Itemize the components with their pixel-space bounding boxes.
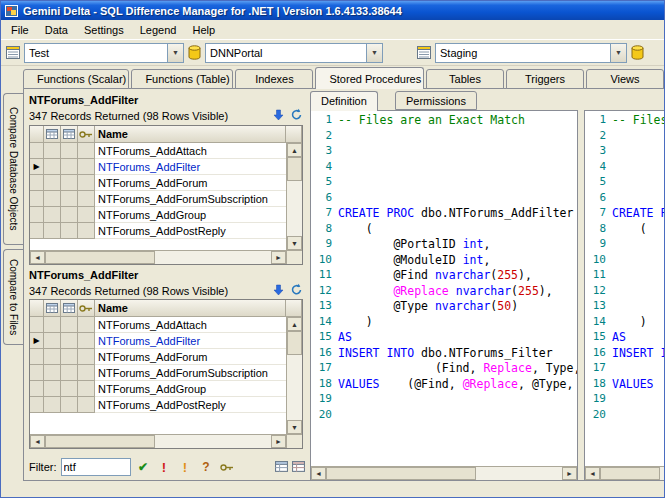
exclamation-yellow-icon[interactable]: ! — [177, 459, 194, 476]
table-row[interactable]: NTForums_AddGroup — [30, 207, 286, 223]
object-title: NTForums_AddFilter — [29, 269, 138, 281]
side-tab-compare-database-objects[interactable]: Compare Database Objects — [3, 93, 23, 245]
dropdown-arrow-icon[interactable]: ▼ — [610, 44, 626, 62]
menu-item-legend[interactable]: Legend — [132, 22, 185, 38]
tab-indexes[interactable]: Indexes — [235, 69, 313, 89]
scrollbar-thumb[interactable] — [600, 467, 660, 480]
menu-item-help[interactable]: Help — [184, 22, 223, 38]
line-number: 5 — [311, 175, 337, 191]
sql-code-view[interactable]: -- Files are an Exact MatchCREATE PROC d… — [338, 111, 577, 465]
tab-stored-procedures[interactable]: Stored Procedures — [315, 67, 424, 89]
line-number: 14 — [311, 315, 337, 331]
table-row[interactable]: NTForums_AddPostReply — [30, 223, 286, 239]
refresh-icon[interactable] — [290, 108, 303, 123]
tab-definition[interactable]: Definition — [310, 91, 378, 111]
key-icon[interactable] — [219, 459, 236, 476]
filter-label: Filter: — [29, 461, 57, 473]
row-indicator-cell — [61, 223, 78, 239]
profile-combo[interactable]: Test ▼ — [24, 43, 184, 63]
menu-item-file[interactable]: File — [3, 22, 37, 38]
scroll-up-icon[interactable]: ▲ — [287, 143, 302, 157]
dropdown-arrow-icon[interactable]: ▼ — [167, 44, 183, 62]
horizontal-scrollbar[interactable]: ◄ ► — [30, 250, 286, 264]
table-row[interactable]: NTForums_AddForumSubscription — [30, 365, 286, 381]
side-tab-compare-to-files[interactable]: Compare to Files — [3, 249, 23, 345]
menu-item-settings[interactable]: Settings — [76, 22, 132, 38]
key-icon[interactable] — [78, 300, 95, 317]
scroll-left-icon[interactable]: ◄ — [585, 467, 600, 480]
row-indicator-cell — [44, 397, 61, 413]
vertical-scrollbar[interactable]: ▲ ▼ — [286, 317, 302, 434]
tab-functions-table[interactable]: Functions (Table) — [131, 69, 233, 89]
table-row[interactable]: NTForums_AddForum — [30, 349, 286, 365]
tab-tables[interactable]: Tables — [426, 69, 504, 89]
scroll-left-icon[interactable]: ◄ — [30, 435, 45, 448]
tab-permissions[interactable]: Permissions — [395, 91, 477, 110]
code-line — [338, 160, 577, 176]
key-icon[interactable] — [78, 126, 95, 143]
row-indicator-cell — [61, 333, 78, 349]
menu-item-data[interactable]: Data — [37, 22, 76, 38]
vertical-scrollbar[interactable]: ▲ ▼ — [286, 143, 302, 250]
code-line: @Replace nvarchar(255), — [338, 284, 577, 300]
line-number: 9 — [311, 237, 337, 253]
table-row[interactable]: NTForums_AddAttach — [30, 317, 286, 333]
table-red-icon[interactable] — [292, 460, 305, 475]
table-icon[interactable] — [61, 300, 78, 317]
table-row[interactable]: NTForums_AddGroup — [30, 381, 286, 397]
scrollbar-thumb[interactable] — [326, 467, 476, 480]
check-icon[interactable]: ✔ — [135, 459, 152, 476]
horizontal-scrollbar[interactable]: ◄ ► — [30, 434, 286, 448]
table-row[interactable]: NTForums_AddForum — [30, 175, 286, 191]
horizontal-scrollbar[interactable]: ◄ ► — [585, 466, 665, 480]
scroll-down-icon[interactable]: ▼ — [287, 420, 302, 434]
horizontal-scrollbar[interactable]: ◄ ► — [311, 466, 577, 480]
refresh-icon[interactable] — [290, 283, 303, 298]
scroll-right-icon[interactable]: ► — [271, 251, 286, 264]
scroll-right-icon[interactable]: ► — [271, 435, 286, 448]
name-column-header[interactable]: Name — [95, 300, 286, 317]
table-icon[interactable] — [61, 126, 78, 143]
table-row[interactable]: ▶NTForums_AddFilter — [30, 159, 286, 175]
scrollbar-thumb[interactable] — [45, 251, 155, 264]
scrollbar-thumb[interactable] — [287, 157, 302, 181]
sql-code-view[interactable]: -- Files are an Exact MatchCREATE PROC d… — [612, 111, 665, 465]
grid-header-corner — [286, 126, 302, 143]
scrollbar-thumb[interactable] — [45, 435, 155, 448]
scroll-right-icon[interactable]: ► — [562, 467, 577, 480]
table-icon[interactable] — [44, 300, 61, 317]
object-name-cell: NTForums_AddPostReply — [95, 223, 286, 239]
target-db-combo[interactable]: Staging ▼ — [435, 43, 627, 63]
scroll-left-icon[interactable]: ◄ — [30, 251, 45, 264]
tab-views[interactable]: Views — [586, 69, 664, 89]
tab-functions-scalar[interactable]: Functions (Scalar) — [23, 69, 129, 89]
row-indicator-cell — [44, 223, 61, 239]
row-selector — [30, 349, 44, 365]
name-column-header[interactable]: Name — [95, 126, 286, 143]
table-row[interactable]: NTForums_AddPostReply — [30, 397, 286, 413]
table-row[interactable]: ▶NTForums_AddFilter — [30, 333, 286, 349]
line-number-gutter: 1234567891011121314151617181920 — [585, 111, 611, 465]
table-row[interactable]: NTForums_AddAttach — [30, 143, 286, 159]
scroll-up-icon[interactable]: ▲ — [287, 317, 302, 331]
dropdown-arrow-icon[interactable]: ▼ — [366, 44, 382, 62]
down-arrow-icon[interactable] — [273, 109, 284, 123]
row-indicator-cell — [61, 349, 78, 365]
scrollbar-thumb[interactable] — [287, 331, 302, 355]
exclamation-red-icon[interactable]: ! — [156, 459, 173, 476]
line-number: 2 — [585, 129, 611, 145]
source-db-combo[interactable]: DNNPortal ▼ — [205, 43, 383, 63]
title-bar[interactable]: Gemini Delta - SQL Difference Manager fo… — [1, 1, 664, 20]
object-name-cell: NTForums_AddForumSubscription — [95, 191, 286, 207]
object-name-cell: NTForums_AddFilter — [95, 333, 286, 349]
scroll-left-icon[interactable]: ◄ — [311, 467, 326, 480]
table-row[interactable]: NTForums_AddForumSubscription — [30, 191, 286, 207]
tab-triggers[interactable]: Triggers — [506, 69, 584, 89]
table-icon[interactable] — [44, 126, 61, 143]
filter-input[interactable] — [61, 458, 131, 476]
table-blue-icon[interactable] — [275, 460, 288, 475]
scroll-down-icon[interactable]: ▼ — [287, 236, 302, 250]
down-arrow-icon[interactable] — [273, 284, 284, 298]
question-icon[interactable]: ? — [198, 459, 215, 476]
line-number: 7 — [311, 206, 337, 222]
